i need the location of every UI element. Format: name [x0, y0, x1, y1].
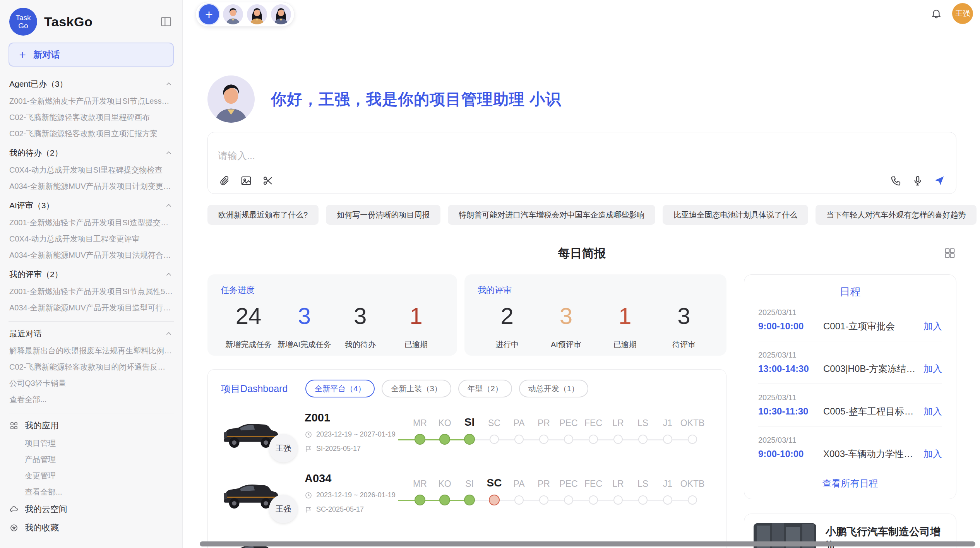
plus-icon: ＋: [17, 47, 28, 62]
project-image: 王强: [221, 413, 280, 452]
sidebar-app-item[interactable]: 查看全部...: [25, 484, 173, 500]
sidebar-item-my-apps[interactable]: 我的应用: [9, 416, 173, 435]
clock-icon: [305, 431, 312, 438]
milestone-dot: [415, 495, 425, 505]
sidebar-conversation-item[interactable]: A034-全新新能源MUV产品开发项目法规符合性评审: [9, 247, 173, 263]
chevron-up-icon: [164, 201, 173, 210]
project-row: 王强A0342023-12-19 ~ 2026-01-19SC-2025-05-…: [221, 472, 713, 526]
briefing-header: 每日简报: [207, 244, 956, 263]
sidebar-app-item[interactable]: 项目管理: [25, 435, 173, 451]
schedule-date: 2025/03/11: [758, 393, 942, 402]
sidebar-conversation-item[interactable]: Z001-全新燃油皮卡产品开发项目SI节点Lesson Learn报告: [9, 93, 173, 109]
sidebar-conversation-item[interactable]: Z001-全新燃油轻卡产品开发项目SI节点属性5D文件评审: [9, 283, 173, 300]
phone-icon[interactable]: [889, 174, 903, 187]
new-chat-button[interactable]: ＋ 新对话: [9, 43, 174, 67]
sidebar-conversation-item[interactable]: Z001-全新燃油轻卡产品开发项目SI造型提交物评审: [9, 214, 173, 231]
recent-conversation-item[interactable]: 公司Q3轻卡销量: [9, 375, 173, 391]
milestone-dot: [489, 495, 500, 505]
task-sections: Agent已办（3）Z001-全新燃油皮卡产品开发项目SI节点Lesson Le…: [9, 75, 173, 316]
paperclip-icon[interactable]: [218, 174, 231, 187]
clock-icon: [305, 491, 312, 499]
sidebar-section-header[interactable]: 我的待办（2）: [9, 144, 173, 162]
sidebar-app-item[interactable]: 变更管理: [25, 468, 173, 484]
milestone-label: SC: [487, 474, 502, 489]
recent-section-header[interactable]: 最近对话: [9, 325, 173, 342]
dashboard-header: 项目Dashboard 全新平台（4）全新上装（3）年型（2）动总开发（1）: [221, 380, 713, 397]
suggestion-chip[interactable]: 欧洲新规最近颁布了什么?: [207, 205, 319, 225]
milestone-dot: [589, 435, 598, 444]
layout-grid-icon[interactable]: [943, 247, 956, 260]
suggestion-chip[interactable]: 特朗普可能对进口汽车增税会对中国车企造成哪些影响: [448, 205, 655, 225]
apps-section: 我的应用项目管理产品管理变更管理查看全部...: [9, 416, 173, 500]
image-icon[interactable]: [240, 174, 253, 187]
scissors-icon[interactable]: [261, 174, 274, 187]
chevron-up-icon: [164, 329, 173, 338]
stat-value: 3: [354, 301, 367, 331]
recent-conversation-item[interactable]: 解释最新出台的欧盟报废车法规再生塑料比例被调至15%...: [9, 342, 173, 359]
sidebar-app-item[interactable]: 产品管理: [25, 451, 173, 468]
recent-conversation-item[interactable]: 查看全部...: [9, 391, 173, 408]
member-avatar-1[interactable]: [223, 4, 243, 24]
milestone-dot: [539, 435, 548, 444]
chat-input[interactable]: [218, 149, 946, 166]
milestone-dot: [439, 434, 450, 445]
sidebar-conversation-item[interactable]: C0X4-动力总成开发项目工程变更评审: [9, 231, 173, 247]
milestone-dot: [613, 495, 623, 505]
schedule-items: 2025/03/119:00-10:00C001-立项审批会加入2025/03/…: [758, 299, 942, 469]
join-meeting-link[interactable]: 加入: [923, 405, 942, 418]
divider: [9, 413, 174, 413]
horizontal-scrollbar[interactable]: [200, 541, 975, 546]
stat-item: 3我的待办: [332, 301, 388, 350]
member-avatar-3[interactable]: [271, 4, 291, 24]
sidebar-item-cloud[interactable]: 我的云空间: [9, 500, 173, 519]
join-meeting-link[interactable]: 加入: [923, 448, 942, 460]
app-root: Task Go TaskGo ＋ 新对话 Agent已办（3）Z001-全新燃油…: [0, 0, 980, 548]
send-icon[interactable]: [933, 174, 946, 187]
milestone-label: PA: [514, 414, 525, 428]
left-column: 任务进度24新增完成任务3新增AI完成任务3我的待办1已逾期我的评审2进行中3A…: [207, 274, 726, 548]
sidebar-section-header[interactable]: 我的评审（2）: [9, 265, 173, 283]
assistant-avatar: [207, 75, 255, 123]
milestone-dot: [589, 495, 598, 505]
assistant-hero: 你好，王强，我是你的项目管理助理 小识: [207, 75, 956, 123]
sidebar-conversation-item[interactable]: C02-飞腾新能源轻客改款项目里程碑画布: [9, 109, 173, 125]
join-meeting-link[interactable]: 加入: [923, 320, 942, 332]
dashboard-tab[interactable]: 全新上装（3）: [382, 380, 451, 397]
sidebar-item-agent[interactable]: AI超级员工: [9, 543, 173, 548]
main-area: + 王强 你好，王强，我是你的项目管理助理 小识: [183, 0, 980, 548]
sidebar-conversation-item[interactable]: C02-飞腾新能源轻客改款项目立项汇报方案: [9, 125, 173, 142]
sidebar-header: Task Go TaskGo: [0, 7, 182, 36]
schedule-item: 2025/03/1110:30-11:30C005-整车工程目标评审加入: [758, 384, 942, 426]
milestone-track: MRKOSISCPAPRPECFECLRLSJ1OKTB: [408, 414, 713, 445]
microphone-icon[interactable]: [911, 174, 924, 187]
dashboard-tab[interactable]: 全新平台（4）: [305, 380, 375, 397]
view-all-schedule-link[interactable]: 查看所有日程: [758, 477, 942, 490]
sidebar-section-header[interactable]: AI评审（3）: [9, 197, 173, 214]
flag-icon: [305, 506, 312, 514]
notification-bell-icon[interactable]: [930, 7, 942, 20]
suggestion-chip[interactable]: 比亚迪全固态电池计划具体说了什么: [663, 205, 808, 225]
sidebar-conversation-item[interactable]: A034-全新新能源MUV产品开发项目计划变更表编写: [9, 178, 173, 194]
suggestion-chip[interactable]: 当下年轻人对汽车外观有怎样的喜好趋势: [816, 205, 977, 225]
sidebar-section-header[interactable]: Agent已办（3）: [9, 75, 173, 93]
member-avatar-2[interactable]: [247, 4, 267, 24]
recent-conversation-item[interactable]: C02-飞腾新能源轻客改款项目的闭环通告反馈情况: [9, 359, 173, 375]
milestone-label: LR: [612, 414, 624, 428]
schedule-event-title: C001-立项审批会: [823, 320, 919, 332]
project-row: 王强Z0012023-12-19 ~ 2027-01-19SI-2025-05-…: [221, 411, 713, 466]
sidebar-item-favorites[interactable]: 我的收藏: [9, 519, 173, 537]
suggestion-chip[interactable]: 如何写一份清晰的项目周报: [326, 205, 440, 225]
sidebar-conversation-item[interactable]: A034-全新新能源MUV产品开发项目造型可行性评审: [9, 300, 173, 316]
divider: [9, 321, 174, 322]
collapse-sidebar-icon[interactable]: [159, 15, 173, 28]
logo-line-2: Go: [18, 22, 28, 30]
sidebar-scroll: Agent已办（3）Z001-全新燃油皮卡产品开发项目SI节点Lesson Le…: [0, 70, 182, 548]
dashboard-tab[interactable]: 年型（2）: [458, 380, 512, 397]
stat-label: 新增完成任务: [225, 339, 272, 350]
user-avatar[interactable]: 王强: [952, 3, 973, 24]
dashboard-tab[interactable]: 动总开发（1）: [519, 380, 588, 397]
join-meeting-link[interactable]: 加入: [923, 363, 942, 375]
project-name: Z001: [305, 411, 402, 424]
add-member-button[interactable]: +: [199, 4, 219, 24]
sidebar-conversation-item[interactable]: C0X4-动力总成开发项目SI里程碑提交物检查: [9, 162, 173, 178]
